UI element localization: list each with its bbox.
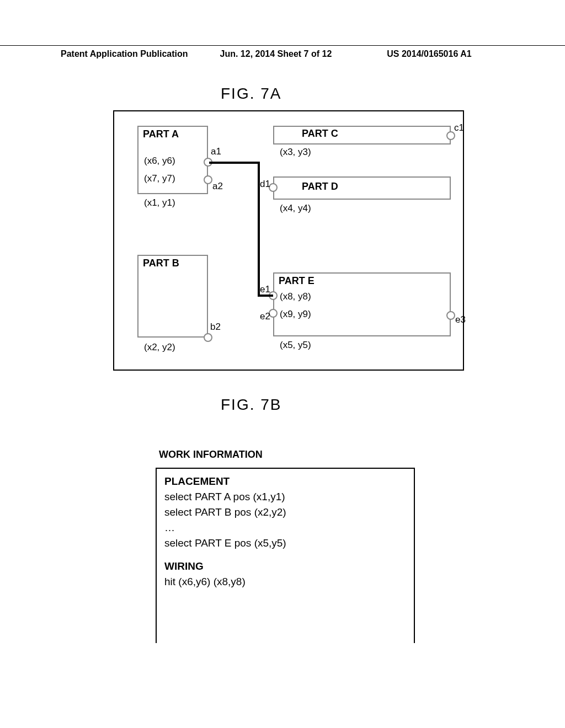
pin-e2-coord: (x9, y9) — [280, 309, 311, 320]
pin-e1-label: e1 — [260, 284, 270, 295]
part-b-label: PART B — [143, 258, 179, 269]
placement-line-2: … — [164, 522, 406, 534]
part-c-box: PART C — [273, 126, 451, 144]
pin-a2-coord: (x7, y7) — [144, 173, 175, 184]
wiring-head: WIRING — [164, 560, 406, 572]
header-mid: Jun. 12, 2014 Sheet 7 of 12 — [220, 49, 332, 59]
part-a-label: PART A — [143, 129, 179, 140]
pin-c1-label: c1 — [454, 122, 464, 133]
header-right: US 2014/0165016 A1 — [387, 49, 471, 59]
header-left: Patent Application Publication — [61, 49, 188, 59]
placement-head: PLACEMENT — [164, 475, 406, 488]
part-c-coord: (x3, y3) — [280, 147, 311, 158]
wire-seg-1 — [209, 162, 260, 164]
part-d-coord: (x4, y4) — [280, 203, 311, 214]
pin-a2 — [204, 175, 212, 184]
part-d-box: PART D — [273, 176, 451, 200]
wire-seg-3 — [258, 295, 273, 297]
part-e-label: PART E — [279, 275, 315, 287]
pin-a1-label: a1 — [211, 146, 221, 157]
part-e-coord: (x5, y5) — [280, 340, 311, 351]
part-e-box: PART E — [273, 272, 451, 336]
part-d-label: PART D — [302, 181, 338, 192]
pin-d1-label: d1 — [260, 179, 270, 190]
placement-line-1: select PART B pos (x2,y2) — [164, 506, 406, 518]
pin-e2-label: e2 — [260, 311, 270, 322]
placement-line-0: select PART A pos (x1,y1) — [164, 491, 406, 503]
pin-e1-coord: (x8, y8) — [280, 291, 311, 302]
pin-a2-label: a2 — [212, 181, 223, 192]
wire-seg-2 — [258, 162, 260, 296]
part-c-label: PART C — [302, 128, 338, 140]
pin-b2-label: b2 — [210, 322, 221, 333]
part-a-coord: (x1, y1) — [144, 197, 175, 208]
placement-line-3: select PART E pos (x5,y5) — [164, 537, 406, 549]
fig-7b-label: FIG. 7B — [221, 396, 281, 414]
pin-b2 — [204, 333, 212, 342]
fig-7a-diagram: PART A a1 (x6, y6) a2 (x7, y7) (x1, y1) … — [113, 110, 464, 371]
pin-e3-label: e3 — [455, 314, 466, 325]
work-info-box: PLACEMENT select PART A pos (x1,y1) sele… — [156, 468, 415, 643]
page-header: Patent Application Publication Jun. 12, … — [0, 45, 565, 59]
pin-e3 — [446, 311, 455, 320]
part-b-coord: (x2, y2) — [144, 342, 175, 353]
wiring-line-0: hit (x6,y6) (x8,y8) — [164, 576, 406, 588]
work-info-title: WORK INFORMATION — [159, 449, 263, 461]
part-b-box: PART B — [137, 255, 208, 338]
pin-a1-coord: (x6, y6) — [144, 156, 175, 167]
fig-7a-label: FIG. 7A — [221, 85, 281, 103]
